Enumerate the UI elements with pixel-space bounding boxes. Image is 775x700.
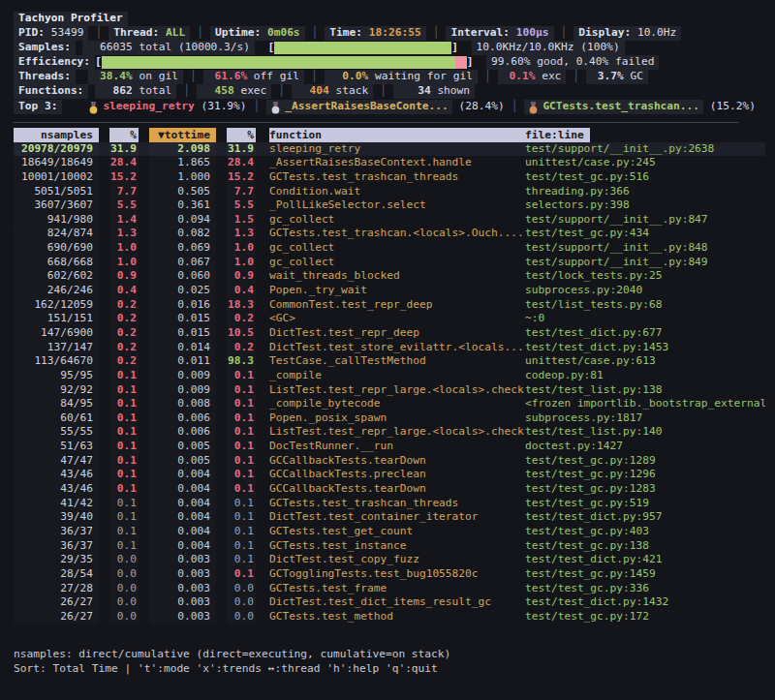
table-row[interactable]: 26/270.00.0030.0GCTests.test_methodtest/… <box>14 610 765 624</box>
table-row[interactable]: 27/280.00.0030.0GCTests.test_frametest/t… <box>14 582 765 596</box>
cell-pct-cumulative: 0.0 <box>227 595 256 610</box>
top3-pct-1: (31.9%) <box>201 100 246 114</box>
cell-function: GCTests.test_trashcan.<locals>.Ouch.... <box>269 227 525 241</box>
cell-function: GCTests.test_frame <box>269 582 525 596</box>
table-row[interactable]: 3607/36075.50.3615.5_PollLikeSelector.se… <box>14 198 765 213</box>
cell-function: GCCallbackTests.tearDown <box>269 482 525 497</box>
cell-function: Popen._posix_spawn <box>269 411 525 426</box>
table-row[interactable]: 43/460.10.0040.1GCCallbackTests.preclean… <box>14 468 765 482</box>
threads-label: Threads: <box>14 70 76 84</box>
table-row[interactable]: 162/120590.20.01618.3CommonTest.test_rep… <box>14 298 765 313</box>
cell-fileline: threading.py:366 <box>525 185 765 199</box>
table-row[interactable]: 137/1470.20.0140.2DictTest.test_store_ev… <box>14 341 765 355</box>
cell-function: DictTest.test_dict_items_result_gc <box>269 595 525 610</box>
column-header-tottime-sorted[interactable]: ▼tottime <box>149 128 216 142</box>
cell-pct-direct: 5.5 <box>109 198 139 213</box>
thread-segment[interactable]: Thread: ALL <box>108 26 190 41</box>
cell-pct-cumulative: 10.5 <box>227 326 256 341</box>
table-row[interactable]: 690/6901.00.0691.0gc_collecttest/support… <box>14 241 765 256</box>
table-row[interactable]: 95/950.10.0090.1_compilecodeop.py:81 <box>14 369 765 383</box>
column-header-fileline[interactable]: file:line <box>525 128 765 143</box>
uptime-segment: Uptime: 0m06s <box>210 26 305 41</box>
divider: │ <box>505 100 525 114</box>
functions-exec: 458 exec <box>197 84 271 99</box>
table-row[interactable]: 60/610.10.0060.1Popen._posix_spawnsubpro… <box>14 411 765 426</box>
cell-tottime: 0.004 <box>149 539 216 554</box>
table-row[interactable]: 51/630.10.0050.1DocTestRunner.__rundocte… <box>14 440 765 454</box>
table-row[interactable]: 824/8741.30.0821.3GCTests.test_trashcan.… <box>14 227 765 241</box>
functions-shown-count: 34 <box>398 84 431 99</box>
cell-tottime: 0.015 <box>149 326 216 341</box>
cell-tottime: 1.000 <box>149 170 216 185</box>
cell-pct-cumulative: 98.3 <box>227 354 256 369</box>
cell-function: CommonTest.test_repr_deep <box>269 298 525 313</box>
table-row[interactable]: 668/6681.00.0671.0gc_collecttest/support… <box>14 256 765 270</box>
top3-item-3[interactable]: GCTests.test_trashcan... (15.2%) <box>524 100 756 114</box>
cell-function: ListTest.test_repr_large.<locals>.check <box>269 383 525 398</box>
table-row[interactable]: 26/270.00.0030.0DictTest.test_dict_items… <box>14 595 765 610</box>
table-row[interactable]: 29/350.00.0030.1DictTest.test_copy_fuzzt… <box>14 553 765 567</box>
table-row[interactable]: 18649/1864928.41.86528.4_AssertRaisesBas… <box>14 156 765 170</box>
footer: nsamples: direct/cumulative (direct=exec… <box>14 647 765 676</box>
cell-pct-cumulative: 0.1 <box>227 383 256 398</box>
column-header-pct-cumulative[interactable]: % <box>227 128 256 142</box>
cell-fileline: test/lock_tests.py:25 <box>525 269 765 284</box>
table-row[interactable]: 20978/2097931.92.09831.9sleeping_retryte… <box>14 142 765 157</box>
time-label: Time: <box>329 26 362 41</box>
column-header-nsamples[interactable]: nsamples <box>14 128 99 142</box>
table-row[interactable]: 36/370.10.0040.1GCTests.test_instancetes… <box>14 539 765 554</box>
cell-function: GCTests.test_get_count <box>269 525 525 539</box>
cell-function: GCTogglingTests.test_bug1055820c <box>269 567 525 582</box>
divider: │ <box>554 26 574 41</box>
cell-fileline: test/test_gc.py:138 <box>525 539 765 554</box>
cell-pct-cumulative: 0.1 <box>227 525 256 539</box>
cell-fileline: test/test_dict.py:957 <box>525 510 765 525</box>
column-header-pct-direct[interactable]: % <box>109 128 139 142</box>
table-row[interactable]: 941/9801.40.0941.5gc_collecttest/support… <box>14 213 765 228</box>
table-row[interactable]: 10001/1000215.21.00015.2GCTests.test_tra… <box>14 170 765 185</box>
table-row[interactable]: 84/950.10.0080.1_compile_bytecode<frozen… <box>14 397 765 411</box>
table-row[interactable]: 28/540.00.0030.1GCTogglingTests.test_bug… <box>14 567 765 582</box>
efficiency-line: Efficiency: [] 99.60% good, 0.40% failed <box>14 55 765 70</box>
samples-rate: 10.0KHz/10.0KHz (100%) <box>472 41 625 55</box>
top3-name-2: _AssertRaisesBaseConte... <box>285 100 448 114</box>
exc-text: exc <box>535 70 561 84</box>
table-row[interactable]: 92/920.10.0090.1ListTest.test_repr_large… <box>14 383 765 398</box>
cell-nsamples: 602/602 <box>14 269 99 284</box>
cell-pct-cumulative: 7.7 <box>227 185 256 199</box>
separator-line <box>14 122 738 123</box>
cell-tottime: 0.082 <box>149 227 216 241</box>
pid-label: PID: <box>18 26 45 41</box>
top3-item-2[interactable]: _AssertRaisesBaseConte... (28.4%) <box>266 100 504 114</box>
cell-function: Popen._try_wait <box>269 284 525 298</box>
table-row[interactable]: 147/69000.20.01510.5DictTest.test_repr_d… <box>14 326 765 341</box>
table-row[interactable]: 113/646700.20.01198.3TestCase._callTestM… <box>14 354 765 369</box>
table-row[interactable]: 39/400.10.0040.1DictTest.test_container_… <box>14 510 765 525</box>
cell-nsamples: 43/46 <box>14 468 99 482</box>
table-row[interactable]: 47/470.10.0050.1GCCallbackTests.tearDown… <box>14 454 765 469</box>
top3-item-1[interactable]: sleeping_retry (31.9%) <box>88 100 246 114</box>
threads-line: Threads: 38.4% on gil │ 61.6% off gil │ … <box>14 70 765 84</box>
table-row[interactable]: 602/6020.90.0600.9wait_threads_blockedte… <box>14 269 765 284</box>
table-row[interactable]: 36/370.10.0040.1GCTests.test_get_countte… <box>14 525 765 539</box>
cell-nsamples: 28/54 <box>14 567 99 582</box>
table-row[interactable]: 246/2460.40.0250.4Popen._try_waitsubproc… <box>14 284 765 298</box>
exc-pct: 0.1% <box>503 70 536 84</box>
cell-nsamples: 113/64670 <box>14 354 99 369</box>
cell-tottime: 0.003 <box>149 610 216 624</box>
table-row[interactable]: 43/460.10.0040.1GCCallbackTests.tearDown… <box>14 482 765 497</box>
table-row[interactable]: 41/420.10.0040.1GCTests.test_trashcan_th… <box>14 497 765 511</box>
table-row[interactable]: 151/1510.20.0150.2<GC>~:0 <box>14 312 765 326</box>
table-row[interactable]: 55/550.10.0060.1ListTest.test_repr_large… <box>14 425 765 440</box>
cell-pct-cumulative: 15.2 <box>227 170 256 185</box>
table-row[interactable]: 5051/50517.70.5057.7Condition.waitthread… <box>14 185 765 199</box>
page-title: Tachyon Profiler <box>14 12 128 26</box>
cell-nsamples: 10001/10002 <box>14 170 99 185</box>
cell-function: GCTests.test_instance <box>269 539 525 554</box>
cell-fileline: test/test_gc.py:1283 <box>525 482 765 497</box>
cell-tottime: 0.011 <box>149 354 216 369</box>
column-header-function[interactable]: function <box>269 128 525 143</box>
cell-pct-cumulative: 0.1 <box>227 567 256 582</box>
cell-function: DictTest.test_repr_deep <box>269 326 525 341</box>
divider: │ <box>176 84 197 99</box>
